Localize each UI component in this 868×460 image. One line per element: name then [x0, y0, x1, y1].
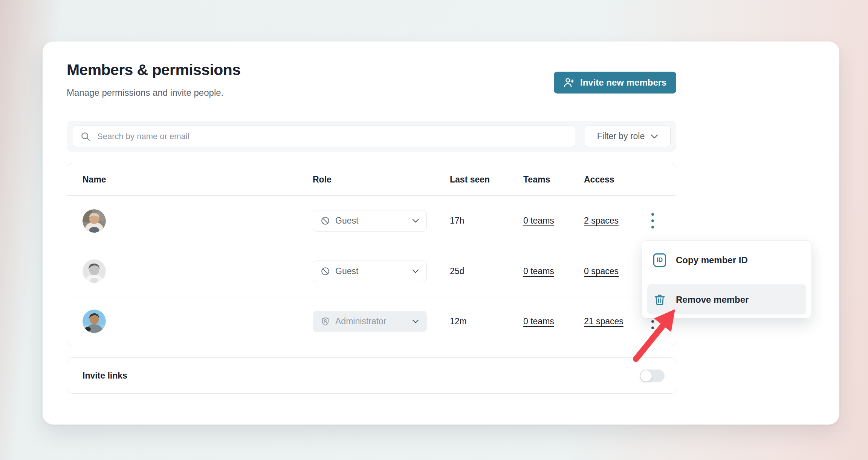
header-role: Role [313, 163, 332, 196]
members-table: Name Role Last seen Teams Access [67, 163, 676, 346]
settings-card: Members & permissions Manage permissions… [43, 41, 839, 425]
search-toolbar: Filter by role [67, 121, 676, 152]
member-avatar [83, 209, 106, 233]
spaces-link[interactable]: 0 spaces [584, 266, 619, 276]
table-row: Guest 17h 0 teams 2 spaces [67, 196, 676, 246]
invite-links-toggle[interactable] [640, 370, 665, 382]
menu-item-copy-member-id[interactable]: ID Copy member ID [642, 241, 811, 280]
search-field[interactable] [73, 126, 575, 147]
role-dropdown[interactable]: Guest [313, 261, 427, 282]
header-teams: Teams [523, 163, 550, 196]
chevron-down-icon [412, 219, 419, 223]
trash-icon [653, 293, 666, 307]
menu-divider [642, 280, 811, 280]
page-subtitle: Manage permissions and invite people. [67, 87, 223, 98]
page-title: Members & permissions [67, 61, 240, 79]
invite-links-section: Invite links [67, 357, 676, 394]
teams-link[interactable]: 0 teams [523, 216, 554, 226]
invite-new-members-button[interactable]: Invite new members [554, 72, 676, 94]
header-access: Access [584, 163, 614, 196]
row-actions-kebab-icon[interactable] [646, 196, 659, 246]
table-header-row: Name Role Last seen Teams Access [67, 163, 676, 196]
header-last-seen: Last seen [450, 163, 490, 196]
toggle-knob [640, 370, 652, 382]
role-value: Administrator [335, 316, 407, 327]
chevron-down-icon [412, 269, 419, 273]
ban-icon [321, 267, 330, 276]
search-icon [80, 131, 91, 142]
invite-button-label: Invite new members [580, 77, 666, 88]
header-name: Name [83, 163, 106, 196]
members-permissions-page: { "page": { "title": "Members & permissi… [0, 0, 868, 460]
table-row: Administrator 12m 0 teams 21 spaces [67, 296, 676, 346]
id-badge-icon: ID [653, 253, 666, 267]
menu-item-remove-member[interactable]: Remove member [642, 281, 811, 319]
menu-item-label: Remove member [676, 294, 749, 305]
search-input[interactable] [97, 132, 568, 141]
spaces-link[interactable]: 2 spaces [584, 216, 619, 226]
role-dropdown[interactable]: Administrator [313, 311, 427, 332]
member-avatar [83, 310, 106, 333]
last-seen-value: 25d [450, 266, 464, 276]
last-seen-value: 17h [450, 216, 464, 226]
filter-label: Filter by role [597, 131, 645, 141]
last-seen-value: 12m [450, 316, 467, 327]
chevron-down-icon [651, 134, 658, 139]
table-row: Guest 25d 0 teams 0 spaces [67, 246, 676, 296]
role-value: Guest [335, 266, 407, 276]
filter-by-role-dropdown[interactable]: Filter by role [585, 126, 671, 147]
member-avatar [83, 259, 106, 283]
menu-item-label: Copy member ID [676, 255, 748, 265]
teams-link[interactable]: 0 teams [523, 316, 554, 327]
shield-icon [321, 317, 330, 326]
chevron-down-icon [412, 319, 419, 324]
role-value: Guest [335, 216, 407, 226]
ban-icon [321, 216, 330, 225]
role-dropdown[interactable]: Guest [313, 210, 427, 232]
invite-links-label: Invite links [83, 358, 127, 393]
teams-link[interactable]: 0 teams [523, 266, 554, 276]
row-actions-context-menu: ID Copy member ID Remove member [642, 240, 812, 319]
spaces-link[interactable]: 21 spaces [584, 316, 623, 327]
person-plus-icon [563, 77, 575, 89]
